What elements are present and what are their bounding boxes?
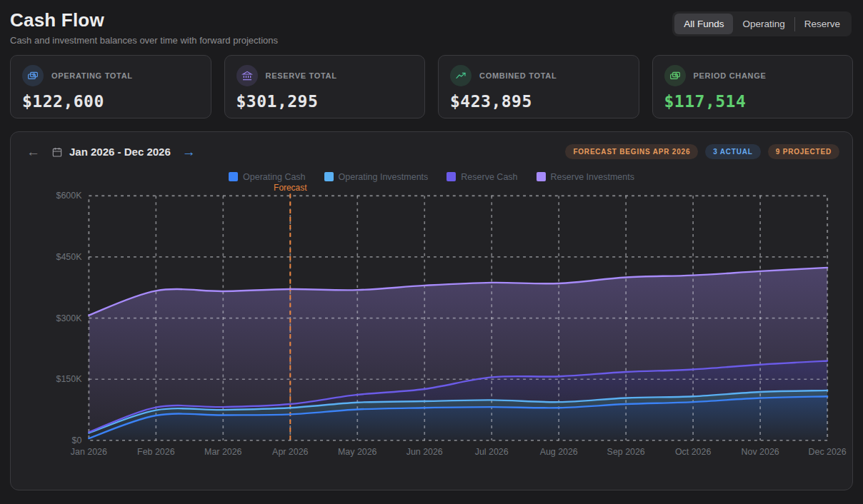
tab-reserve[interactable]: Reserve bbox=[795, 14, 849, 34]
svg-text:Jun 2026: Jun 2026 bbox=[406, 447, 443, 457]
svg-text:$600K: $600K bbox=[56, 191, 83, 201]
card-value: $423,895 bbox=[450, 92, 627, 111]
card-label: COMBINED TOTAL bbox=[479, 71, 557, 80]
forecast-begins-badge: FORECAST BEGINS APR 2026 bbox=[565, 144, 698, 159]
date-range-label: Jan 2026 - Dec 2026 bbox=[69, 146, 171, 158]
svg-text:$150K: $150K bbox=[56, 374, 83, 384]
legend-item: Reserve Investments bbox=[537, 171, 634, 182]
tab-all-funds[interactable]: All Funds bbox=[674, 14, 733, 34]
svg-text:Dec 2026: Dec 2026 bbox=[809, 447, 847, 457]
projected-count-badge: 9 PROJECTED bbox=[768, 144, 839, 159]
status-badges: FORECAST BEGINS APR 2026 3 ACTUAL 9 PROJ… bbox=[565, 144, 839, 159]
title-block: Cash Flow Cash and investment balances o… bbox=[10, 9, 278, 46]
legend-item: Operating Cash bbox=[229, 171, 306, 182]
svg-text:Feb 2026: Feb 2026 bbox=[137, 447, 175, 457]
card-combined-total: COMBINED TOTAL $423,895 bbox=[438, 55, 639, 119]
legend-swatch-icon bbox=[447, 172, 456, 181]
card-reserve-total: RESERVE TOTAL $301,295 bbox=[224, 55, 426, 119]
svg-text:May 2026: May 2026 bbox=[338, 447, 377, 457]
legend-label: Reserve Cash bbox=[461, 172, 517, 182]
cash-flow-chart-panel: ← Jan 2026 - Dec 2026 → FORECAST BEGINS … bbox=[10, 131, 853, 490]
actual-count-badge: 3 ACTUAL bbox=[705, 144, 760, 159]
forecast-label: Forecast bbox=[274, 183, 307, 193]
banknotes-icon bbox=[22, 65, 44, 86]
svg-text:Nov 2026: Nov 2026 bbox=[742, 447, 779, 457]
svg-text:Sep 2026: Sep 2026 bbox=[607, 447, 645, 457]
legend-label: Operating Cash bbox=[243, 172, 306, 182]
legend-item: Operating Investments bbox=[324, 171, 429, 182]
card-value: $301,295 bbox=[236, 92, 414, 111]
stat-cards: OPERATING TOTAL $122,600 RESERVE TOTAL $… bbox=[0, 46, 863, 119]
svg-text:$450K: $450K bbox=[56, 252, 83, 262]
legend-swatch-icon bbox=[229, 172, 238, 181]
svg-text:Jan 2026: Jan 2026 bbox=[71, 447, 107, 457]
svg-text:Apr 2026: Apr 2026 bbox=[272, 447, 308, 457]
banknotes-icon bbox=[664, 65, 686, 86]
trend-up-icon bbox=[450, 65, 472, 86]
svg-text:Mar 2026: Mar 2026 bbox=[204, 447, 242, 457]
card-value: $117,514 bbox=[664, 92, 842, 111]
legend-item: Reserve Cash bbox=[447, 171, 517, 182]
chart-legend: Operating CashOperating InvestmentsReser… bbox=[24, 171, 839, 182]
card-label: RESERVE TOTAL bbox=[266, 71, 337, 80]
legend-label: Reserve Investments bbox=[551, 172, 634, 182]
page-title: Cash Flow bbox=[10, 9, 278, 31]
bank-icon bbox=[236, 65, 258, 86]
fund-filter-tabs: All Funds Operating Reserve bbox=[672, 11, 852, 36]
page-header: Cash Flow Cash and investment balances o… bbox=[0, 0, 863, 46]
card-operating-total: OPERATING TOTAL $122,600 bbox=[10, 55, 211, 119]
legend-label: Operating Investments bbox=[339, 172, 429, 182]
card-label: PERIOD CHANGE bbox=[694, 71, 767, 80]
page-subtitle: Cash and investment balances over time w… bbox=[10, 35, 278, 46]
svg-text:Jul 2026: Jul 2026 bbox=[475, 447, 509, 457]
chart-header: ← Jan 2026 - Dec 2026 → FORECAST BEGINS … bbox=[24, 143, 839, 160]
legend-swatch-icon bbox=[537, 172, 546, 181]
previous-period-arrow-icon[interactable]: ← bbox=[24, 143, 43, 160]
tab-operating[interactable]: Operating bbox=[733, 14, 794, 34]
calendar-icon bbox=[51, 146, 63, 158]
legend-swatch-icon bbox=[324, 172, 334, 181]
card-period-change: PERIOD CHANGE $117,514 bbox=[652, 55, 854, 119]
stacked-area-chart: $0$150K$300K$450K$600KForecastJan 2026Fe… bbox=[24, 182, 839, 469]
svg-text:$300K: $300K bbox=[56, 313, 83, 323]
svg-text:Oct 2026: Oct 2026 bbox=[675, 447, 711, 457]
card-value: $122,600 bbox=[22, 92, 199, 111]
next-period-arrow-icon[interactable]: → bbox=[179, 143, 199, 160]
svg-text:Aug 2026: Aug 2026 bbox=[540, 447, 578, 457]
card-label: OPERATING TOTAL bbox=[51, 71, 133, 80]
svg-text:$0: $0 bbox=[72, 435, 82, 445]
